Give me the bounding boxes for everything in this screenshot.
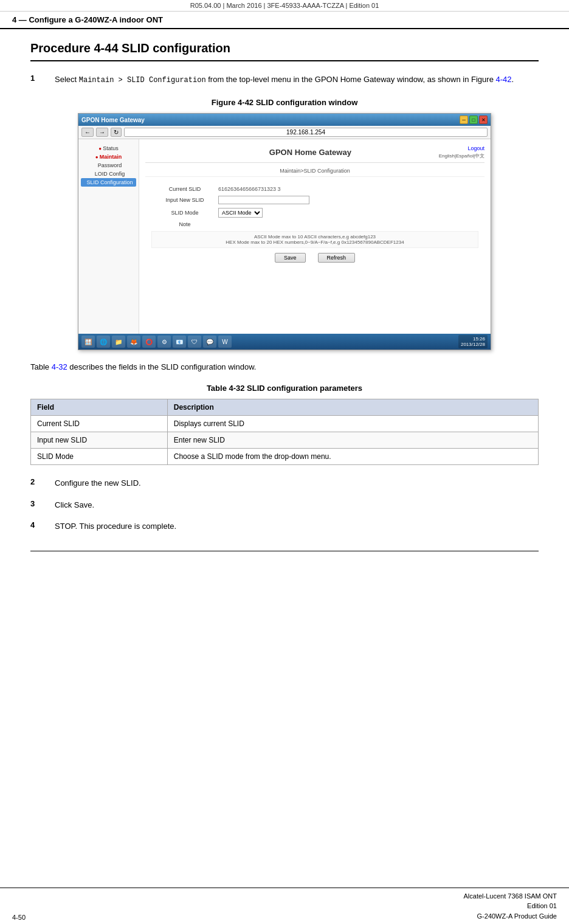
sidebar-nav: Status Maintain Password LOID Config SLI… <box>78 139 139 334</box>
header-text: R05.04.00 | March 2016 | 3FE-45933-AAAA-… <box>190 2 379 9</box>
label-note: Note <box>151 221 218 227</box>
label-slid-mode: SLID Mode <box>151 210 218 216</box>
form-row-current-slid: Current SLID 6162636465666731323 3 <box>151 186 478 192</box>
desc-input-slid: Enter new SLID <box>167 432 538 449</box>
figure-link-4-42[interactable]: 4-42 <box>495 75 511 84</box>
nav-slid-config[interactable]: SLID Configuration <box>81 178 136 187</box>
nav-loid-config[interactable]: LOID Config <box>81 170 136 178</box>
col-header-description: Description <box>167 399 538 416</box>
procedure-title: Procedure 4-44 SLID configuration <box>30 41 539 61</box>
footer-product: Alcatel-Lucent 7368 ISAM ONT <box>464 891 557 902</box>
nav-password[interactable]: Password <box>81 161 136 170</box>
table-link-4-32[interactable]: 4-32 <box>52 362 67 371</box>
step-text-4: STOP. This procedure is complete. <box>55 520 176 533</box>
input-new-slid[interactable] <box>218 196 309 204</box>
step-text-3: Click Save. <box>55 499 94 511</box>
footer-edition: Edition 01 <box>464 901 557 911</box>
bottom-separator <box>30 551 539 551</box>
gpon-gateway-title: GPON Home Gateway <box>182 148 439 157</box>
maximize-button[interactable]: □ <box>469 116 478 124</box>
desc-current-slid: Displays current SLID <box>167 416 538 432</box>
nav-status[interactable]: Status <box>81 144 136 153</box>
label-current-slid: Current SLID <box>151 186 218 192</box>
back-button[interactable]: ← <box>81 128 94 137</box>
step-number-1: 1 <box>30 74 55 83</box>
step-text-2: Configure the new SLID. <box>55 477 141 489</box>
logout-link[interactable]: Logout <box>467 145 485 151</box>
taskbar-chrome[interactable]: ⭕ <box>142 336 156 348</box>
form-row-slid-mode: SLID Mode ASCII Mode HEX Mode <box>151 208 478 218</box>
chapter-text: 4 — Configure a G-240WZ-A indoor ONT <box>12 15 163 24</box>
table-row: SLID Mode Choose a SLID mode from the dr… <box>31 449 539 465</box>
browser-window: GPON Home Gateway ─ □ ✕ ← → ↻ 192.168.1.… <box>78 113 491 350</box>
taskbar: 🪟 🌐 📁 🦊 ⭕ ⚙ 📧 🛡 💬 W 15:26 2013/12/28 <box>78 334 491 350</box>
close-button[interactable]: ✕ <box>479 116 488 124</box>
footer-guide: G-240WZ-A Product Guide <box>464 911 557 922</box>
lang-selector[interactable]: English|Español|中文 <box>439 153 485 159</box>
chapter-bar: 4 — Configure a G-240WZ-A indoor ONT <box>0 12 569 29</box>
field-input-slid: Input new SLID <box>31 432 168 449</box>
step-4: 4 STOP. This procedure is complete. <box>30 520 539 533</box>
refresh-nav-button[interactable]: ↻ <box>111 128 122 137</box>
taskbar-ie[interactable]: 🌐 <box>97 336 110 348</box>
browser-toolbar: ← → ↻ 192.168.1.254 <box>78 126 491 139</box>
desc-slid-mode: Choose a SLID mode from the drop-down me… <box>167 449 538 465</box>
step-number-3: 3 <box>30 499 55 508</box>
refresh-button[interactable]: Refresh <box>318 253 356 263</box>
table-row: Current SLID Displays current SLID <box>31 416 539 432</box>
browser-controls: ─ □ ✕ <box>460 116 488 124</box>
taskbar-folder[interactable]: 📁 <box>112 336 125 348</box>
browser-title: GPON Home Gateway <box>81 117 145 123</box>
taskbar-security[interactable]: 🛡 <box>188 336 201 348</box>
taskbar-start[interactable]: 🪟 <box>81 336 95 348</box>
forward-button[interactable]: → <box>96 128 108 137</box>
minimize-button[interactable]: ─ <box>460 116 468 124</box>
taskbar-mail[interactable]: 📧 <box>173 336 186 348</box>
footer-right: Alcatel-Lucent 7368 ISAM ONT Edition 01 … <box>464 891 557 922</box>
save-button[interactable]: Save <box>275 253 306 263</box>
taskbar-settings[interactable]: ⚙ <box>157 336 171 348</box>
top-header: R05.04.00 | March 2016 | 3FE-45933-AAAA-… <box>0 0 569 12</box>
step-1: 1 Select Maintain > SLID Configuration f… <box>30 74 539 86</box>
breadcrumb: Maintain>SLID Configuration <box>145 168 485 177</box>
step-3: 3 Click Save. <box>30 499 539 511</box>
form-section: Current SLID 6162636465666731323 3 Input… <box>145 183 485 266</box>
step1-code: Maintain > SLID Configuration <box>79 76 206 84</box>
table-row: Input new SLID Enter new SLID <box>31 432 539 449</box>
note-line-2: HEX Mode max to 20 HEX numbers,0~9/A~F/a… <box>154 240 475 245</box>
browser-body: Status Maintain Password LOID Config SLI… <box>78 139 491 334</box>
figure-caption: Figure 4-42 SLID configuration window <box>30 98 539 107</box>
form-buttons: Save Refresh <box>151 253 478 263</box>
form-row-input-slid: Input New SLID <box>151 196 478 204</box>
value-current-slid: 6162636465666731323 3 <box>218 186 281 192</box>
slid-config-table: Field Description Current SLID Displays … <box>30 399 539 465</box>
content-area: GPON Home Gateway Logout English|Español… <box>139 139 491 334</box>
browser-titlebar: GPON Home Gateway ─ □ ✕ <box>78 114 491 126</box>
table-caption: Table 4-32 SLID configuration parameters <box>30 384 539 393</box>
footer-page-number: 4-50 <box>12 914 26 921</box>
field-slid-mode: SLID Mode <box>31 449 168 465</box>
slid-mode-select[interactable]: ASCII Mode HEX Mode <box>218 208 263 218</box>
taskbar-clock: 15:26 2013/12/28 <box>458 335 488 348</box>
form-row-note: Note <box>151 221 478 227</box>
step-number-4: 4 <box>30 520 55 529</box>
nav-maintain[interactable]: Maintain <box>81 153 136 161</box>
clock-time: 15:26 <box>461 336 485 342</box>
address-bar[interactable]: 192.168.1.254 <box>124 128 488 137</box>
note-section: ASCII Mode max to 10 ASCII characters,e.… <box>151 231 478 248</box>
taskbar-firefox[interactable]: 🦊 <box>127 336 140 348</box>
table-ref-text: Table 4-32 describes the fields in the S… <box>30 362 539 371</box>
taskbar-chat[interactable]: 💬 <box>203 336 216 348</box>
col-header-field: Field <box>31 399 168 416</box>
gpon-header: GPON Home Gateway Logout English|Español… <box>145 145 485 163</box>
step-text-1: Select Maintain > SLID Configuration fro… <box>55 74 514 86</box>
clock-date: 2013/12/28 <box>461 342 485 347</box>
field-current-slid: Current SLID <box>31 416 168 432</box>
step-2: 2 Configure the new SLID. <box>30 477 539 489</box>
figure-container: Figure 4-42 SLID configuration window GP… <box>30 98 539 350</box>
label-input-slid: Input New SLID <box>151 197 218 203</box>
taskbar-word[interactable]: W <box>218 336 232 348</box>
step-number-2: 2 <box>30 477 55 486</box>
page-footer: 4-50 Alcatel-Lucent 7368 ISAM ONT Editio… <box>0 888 569 925</box>
main-content: Procedure 4-44 SLID configuration 1 Sele… <box>0 35 569 606</box>
